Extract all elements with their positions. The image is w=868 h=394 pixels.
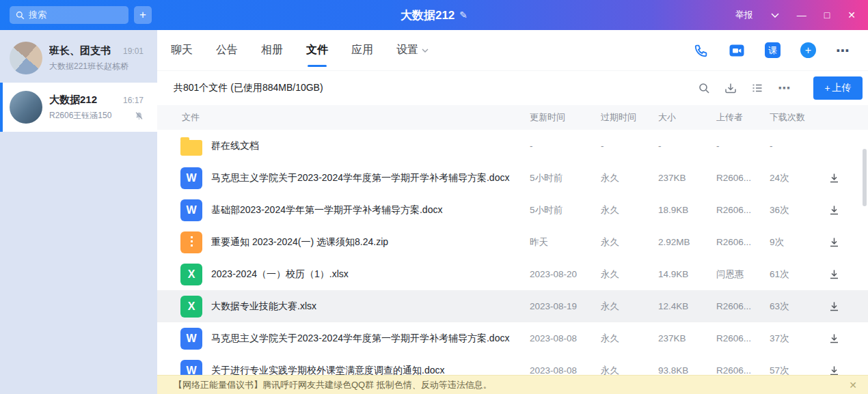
close-icon[interactable]: ✕ (849, 380, 857, 391)
titlebar-left: 搜索 + (0, 6, 157, 24)
chevron-down-icon[interactable] (771, 13, 779, 18)
list-view-icon[interactable] (751, 82, 763, 94)
edit-title-icon[interactable]: ✎ (459, 10, 467, 20)
file-name[interactable]: 基础部2023-2024学年第一学期开学补考辅导方案.docx (211, 204, 530, 216)
cell-downloads: 9次 (770, 236, 819, 249)
cell-size: 237KB (658, 333, 716, 343)
cell-size: 14.9KB (658, 269, 716, 279)
download-icon[interactable] (819, 173, 849, 183)
download-icon[interactable] (819, 333, 849, 343)
download-icon[interactable] (819, 301, 849, 311)
minimize-button[interactable]: — (797, 10, 806, 20)
more-icon[interactable]: ⋯ (836, 42, 850, 59)
cell-downloads: 36次 (770, 204, 819, 216)
tab-settings-label: 设置 (396, 43, 418, 57)
cell-updated: 2023-08-20 (530, 269, 601, 279)
table-row[interactable]: X2023-2024（一）校历（1）.xlsx2023-08-20永久14.9K… (157, 258, 868, 290)
upload-label: 上传 (832, 82, 852, 94)
maximize-button[interactable]: □ (824, 10, 830, 20)
download-icon[interactable] (819, 269, 849, 279)
header-updated: 更新时间 (530, 111, 601, 124)
cell-size: - (658, 141, 716, 151)
inbox-download-icon[interactable] (724, 82, 737, 94)
file-name[interactable]: 群在线文档 (211, 140, 530, 152)
chat-time: 19:01 (123, 46, 144, 56)
tab-apps[interactable]: 应用 (351, 30, 373, 71)
download-icon[interactable] (819, 205, 849, 215)
tab-chat[interactable]: 聊天 (171, 30, 193, 71)
tab-files[interactable]: 文件 (306, 30, 328, 71)
word-icon: W (180, 328, 202, 350)
more-icon[interactable]: ⋯ (778, 81, 790, 96)
upload-button[interactable]: + 上传 (813, 76, 863, 100)
chat-list-item-selected[interactable]: 大数据212 16:17 R2606王钰涵150 (0, 83, 157, 132)
table-row[interactable]: W马克思主义学院关于2023-2024学年度第一学期开学补考辅导方案.docx2… (157, 322, 868, 354)
table-row[interactable]: 群在线文档----- (157, 130, 868, 162)
qq-group-window: 搜索 + 大数据212 ✎ 举报 — □ ✕ 班长、团支书 19:01 (0, 0, 868, 394)
scrollbar[interactable] (863, 149, 867, 206)
cell-uploader: R2606... (716, 333, 770, 343)
file-name[interactable]: 重要通知 2023-2024(一) 选课须知8.24.zip (211, 236, 530, 249)
search-files-icon[interactable] (699, 83, 710, 94)
cell-expire: 永久 (601, 268, 658, 281)
cell-uploader: R2606... (716, 365, 770, 376)
group-avatar (10, 91, 42, 124)
chat-list-sidebar: 班长、团支书 19:01 大数据221班长赵栋桥 大数据212 16:17 (0, 30, 157, 394)
titlebar-controls: 举报 — □ ✕ (735, 9, 868, 21)
download-icon[interactable] (819, 365, 849, 376)
search-input[interactable]: 搜索 (10, 6, 128, 24)
file-count-summary: 共801个文件 (已使用884MB/10GB) (174, 82, 323, 94)
cell-downloads: 63次 (770, 300, 819, 313)
table-row[interactable]: W基础部2023-2024学年第一学期开学补考辅导方案.docx5小时前永久18… (157, 194, 868, 226)
cell-updated: 昨天 (530, 236, 601, 249)
chat-name: 大数据212 (49, 94, 119, 107)
cell-updated: 5小时前 (530, 172, 601, 184)
folder-icon (180, 135, 202, 157)
word-icon: W (180, 167, 202, 189)
group-panel: 聊天 公告 相册 文件 应用 设置 课 + (157, 30, 868, 394)
voice-call-button[interactable] (694, 43, 709, 58)
search-placeholder: 搜索 (29, 9, 46, 21)
cell-uploader: R2606... (716, 173, 770, 183)
chevron-down-icon (422, 48, 429, 53)
table-row[interactable]: 重要通知 2023-2024(一) 选课须知8.24.zip昨天永久2.92MB… (157, 226, 868, 258)
cell-expire: 永久 (601, 172, 658, 184)
cell-uploader: 闫恩惠 (716, 268, 770, 281)
cell-downloads: 61次 (770, 268, 819, 281)
word-icon: W (180, 199, 202, 221)
file-name[interactable]: 大数据专业技能大赛.xlsx (211, 300, 530, 313)
cell-size: 237KB (658, 173, 716, 183)
cell-updated: 2023-08-08 (530, 365, 601, 376)
plus-icon: + (139, 8, 146, 22)
header-downloads: 下载次数 (770, 111, 819, 124)
tab-actions: 课 + ⋯ (694, 42, 850, 59)
video-call-button[interactable] (729, 42, 745, 59)
zip-icon (180, 231, 202, 253)
chat-list-item[interactable]: 班长、团支书 19:01 大数据221班长赵栋桥 (0, 33, 157, 83)
tab-album[interactable]: 相册 (261, 30, 283, 71)
report-button[interactable]: 举报 (735, 9, 753, 21)
add-chat-button[interactable]: + (134, 6, 152, 24)
file-name[interactable]: 马克思主义学院关于2023-2024学年度第一学期开学补考辅导方案.docx (211, 333, 530, 345)
cell-updated: 5小时前 (530, 204, 601, 216)
cell-uploader: R2606... (716, 205, 770, 215)
cell-expire: 永久 (601, 333, 658, 345)
tab-settings[interactable]: 设置 (396, 30, 429, 71)
file-name[interactable]: 2023-2024（一）校历（1）.xlsx (211, 268, 530, 281)
header-size: 大小 (658, 111, 716, 124)
file-name[interactable]: 马克思主义学院关于2023-2024学年度第一学期开学补考辅导方案.docx (211, 172, 530, 184)
close-button[interactable]: ✕ (847, 10, 856, 20)
table-row[interactable]: W马克思主义学院关于2023-2024学年度第一学期开学补考辅导方案.docx5… (157, 162, 868, 194)
chat-name: 班长、团支书 (49, 44, 119, 57)
cell-downloads: 24次 (770, 172, 819, 184)
group-class-button[interactable]: 课 (765, 42, 781, 58)
search-icon (16, 11, 25, 20)
cell-expire: 永久 (601, 300, 658, 313)
table-row[interactable]: X大数据专业技能大赛.xlsx2023-08-19永久12.4KBR2606..… (157, 290, 868, 322)
download-icon[interactable] (819, 237, 849, 247)
cell-uploader: R2606... (716, 301, 770, 311)
add-feature-button[interactable]: + (800, 42, 816, 58)
tab-announcement[interactable]: 公告 (216, 30, 238, 71)
file-toolbar-actions: ⋯ + 上传 (699, 76, 863, 100)
chat-preview: 大数据221班长赵栋桥 (49, 61, 144, 72)
